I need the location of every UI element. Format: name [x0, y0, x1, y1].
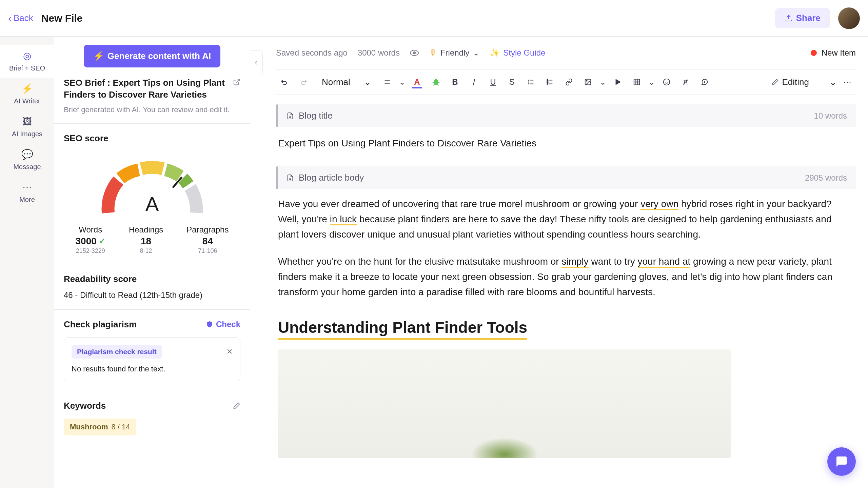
- editor-content[interactable]: Blog title 10 words Expert Tips on Using…: [276, 95, 856, 488]
- stat-label: Paragraphs: [186, 225, 229, 235]
- strikethrough-button[interactable]: S: [504, 74, 520, 90]
- clear-format-button[interactable]: [677, 74, 694, 90]
- redo-button[interactable]: [295, 74, 312, 90]
- nav-label: AI Writer: [14, 97, 40, 105]
- block-word-count: 10 words: [814, 111, 847, 121]
- back-label: Back: [14, 13, 33, 23]
- highlight: your hand at: [638, 256, 691, 268]
- table-button[interactable]: [628, 74, 645, 90]
- highlight-button[interactable]: [428, 74, 445, 90]
- stat-value: 18: [129, 236, 163, 247]
- word-count: 3000 words: [358, 48, 400, 58]
- readability-title: Readability score: [64, 274, 240, 284]
- saved-status: Saved seconds ago: [276, 48, 348, 58]
- text-color-button[interactable]: A: [409, 74, 426, 90]
- svg-point-11: [664, 79, 670, 85]
- gauge-letter: A: [145, 192, 159, 216]
- edit-icon[interactable]: [233, 402, 240, 409]
- mic-icon: 🎙: [429, 48, 437, 58]
- help-bubble[interactable]: [827, 447, 856, 476]
- status-label: New Item: [822, 48, 856, 58]
- numbered-list-button[interactable]: 123: [541, 74, 558, 90]
- tone-label: Friendly: [440, 48, 469, 58]
- italic-button[interactable]: I: [466, 74, 482, 90]
- stat-headings: Headings 18 8-12: [129, 225, 163, 255]
- tone-selector[interactable]: 🎙 Friendly ⌄: [429, 48, 479, 58]
- blog-title-text[interactable]: Expert Tips on Using Plant Finders to Di…: [276, 127, 856, 166]
- check-icon: ✓: [99, 237, 105, 246]
- upload-icon: [785, 14, 793, 22]
- style-guide-button[interactable]: ✨ Style Guide: [490, 48, 545, 58]
- image-dropdown[interactable]: ⌄: [598, 74, 607, 90]
- sparkle-icon: ✨: [490, 48, 500, 58]
- keywords-title: Keywords: [64, 401, 106, 411]
- pencil-icon: [771, 78, 779, 86]
- keyword-chip[interactable]: Mushroom 8 / 14: [64, 419, 136, 435]
- file-title[interactable]: New File: [41, 13, 83, 24]
- nav-label: AI Images: [12, 130, 42, 138]
- stat-value: 84: [186, 236, 229, 247]
- svg-point-2: [528, 82, 529, 82]
- keyword-name: Mushroom: [70, 423, 108, 431]
- dots-icon: ⋯: [22, 182, 32, 193]
- link-button[interactable]: [560, 74, 577, 90]
- shield-icon: [206, 320, 213, 328]
- sidebar: ⚡ Generate content with AI SEO Brief : E…: [54, 37, 250, 488]
- nav-brief-seo[interactable]: ◎ Brief + SEO: [0, 45, 54, 78]
- align-dropdown[interactable]: ⌄: [398, 74, 407, 90]
- editing-mode-select[interactable]: Editing ⌄: [771, 77, 837, 87]
- block-label: Blog title: [299, 110, 333, 121]
- comment-button[interactable]: [696, 74, 713, 90]
- close-icon[interactable]: ✕: [226, 347, 233, 356]
- plagiarism-result-box: Plagiarism check result ✕ No results fou…: [64, 337, 240, 381]
- editing-label: Editing: [782, 77, 809, 87]
- image-button[interactable]: [579, 74, 596, 90]
- emoji-button[interactable]: [658, 74, 675, 90]
- nav-label: More: [19, 196, 35, 204]
- stat-words: Words 3000 ✓ 2152-3229: [76, 225, 105, 255]
- check-plagiarism-button[interactable]: Check: [206, 320, 240, 329]
- underline-button[interactable]: U: [485, 74, 501, 90]
- format-select[interactable]: Normal ⌄: [316, 77, 377, 87]
- format-label: Normal: [322, 77, 350, 87]
- bullet-list-button[interactable]: [522, 74, 539, 90]
- check-label: Check: [216, 320, 240, 329]
- nav-more[interactable]: ⋯ More: [0, 176, 54, 209]
- undo-button[interactable]: [276, 74, 293, 90]
- more-button[interactable]: ⋯: [839, 74, 856, 90]
- avatar[interactable]: [838, 7, 860, 29]
- paragraph[interactable]: Whether you're on the hunt for the elusi…: [278, 254, 854, 300]
- nav-ai-writer[interactable]: ⚡ AI Writer: [0, 78, 54, 110]
- nav-message[interactable]: 💬 Message: [0, 143, 54, 176]
- bold-button[interactable]: B: [447, 74, 463, 90]
- paragraph[interactable]: Have you ever dreamed of uncovering that…: [278, 197, 854, 242]
- brief-title: SEO Brief : Expert Tips on Using Plant F…: [64, 77, 230, 101]
- seo-score-section: SEO score A Words: [54, 123, 250, 264]
- article-image[interactable]: [278, 349, 731, 458]
- align-button[interactable]: [379, 74, 396, 90]
- collapse-sidebar-button[interactable]: ‹: [250, 50, 263, 75]
- title-block-header: Blog title 10 words: [276, 104, 856, 127]
- stat-label: Words: [76, 225, 105, 235]
- eye-icon[interactable]: [410, 50, 419, 56]
- heading-2[interactable]: Understanding Plant Finder Tools: [278, 318, 527, 340]
- generate-content-button[interactable]: ⚡ Generate content with AI: [84, 45, 220, 67]
- nav-ai-images[interactable]: 🖼 AI Images: [0, 110, 54, 143]
- bolt-icon: ⚡: [93, 51, 104, 61]
- stat-range: 2152-3229: [76, 247, 105, 255]
- status-indicator[interactable]: New Item: [811, 48, 856, 58]
- svg-point-3: [528, 84, 529, 84]
- status-dot-icon: [811, 50, 817, 56]
- chevron-left-icon: ‹: [8, 13, 12, 24]
- share-button[interactable]: Share: [775, 8, 830, 28]
- plagiarism-result-text: No results found for the text.: [72, 365, 233, 373]
- chevron-left-icon: ‹: [255, 58, 257, 67]
- back-button[interactable]: ‹ Back: [8, 13, 33, 24]
- video-button[interactable]: [609, 74, 626, 90]
- seo-gauge: A: [88, 152, 217, 220]
- keywords-section: Keywords Mushroom 8 / 14: [54, 391, 250, 445]
- message-icon: 💬: [21, 149, 33, 160]
- table-dropdown[interactable]: ⌄: [647, 74, 656, 90]
- stat-paragraphs: Paragraphs 84 71-106: [186, 225, 229, 255]
- external-link-icon[interactable]: [233, 78, 240, 86]
